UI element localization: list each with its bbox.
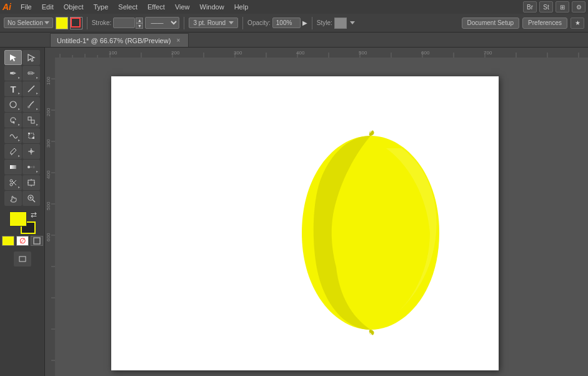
menu-type[interactable]: Type xyxy=(89,2,113,12)
stroke-swatch[interactable] xyxy=(70,17,82,29)
tool-corner-indicator: ▸ xyxy=(18,75,20,79)
canvas-area[interactable]: 100 200 300 400 500 600 700 xyxy=(45,48,588,376)
color-section: ⇄ ∅ xyxy=(1,209,43,248)
weight-label: 3 pt. Round xyxy=(193,19,226,26)
blend-tool[interactable]: ▸ xyxy=(22,160,40,175)
tab-close-button[interactable]: × xyxy=(174,37,182,44)
main-layout: ✒ ▸ ✏ ▸ T ▸ ▸ ▸ ▸ xyxy=(0,48,588,376)
pen-tool[interactable]: ✒ ▸ xyxy=(4,66,22,81)
selection-tool[interactable] xyxy=(4,50,22,65)
svg-marker-0 xyxy=(10,54,16,61)
doc-buttons: Document Setup Preferences ★ xyxy=(462,18,584,29)
svg-line-2 xyxy=(28,86,34,92)
eyedropper-tool[interactable]: ▸ xyxy=(4,144,22,159)
fill-color-box[interactable] xyxy=(9,211,27,226)
svg-rect-23 xyxy=(28,180,34,185)
tool-row-5: ▸ ▸ xyxy=(1,113,43,128)
stroke-label: Stroke: xyxy=(92,19,112,26)
opacity-value-box[interactable]: 100% xyxy=(272,18,301,28)
pencil-tool[interactable]: ✏ ▸ xyxy=(22,66,40,81)
style-swatch[interactable] xyxy=(334,18,347,29)
gradient-tool[interactable] xyxy=(4,160,22,175)
bridge-icon[interactable]: Br xyxy=(523,1,537,13)
stock-icon[interactable]: St xyxy=(539,1,553,13)
vertical-ruler: 100 200 300 400 500 600 xyxy=(45,48,55,376)
warp-tool[interactable]: ▸ xyxy=(4,128,22,143)
svg-text:100: 100 xyxy=(109,50,117,56)
opacity-section: Opacity: 100% ▶ xyxy=(247,18,307,28)
line-tool[interactable]: ▸ xyxy=(22,81,40,96)
stroke-only-button[interactable] xyxy=(31,236,43,246)
svg-text:100: 100 xyxy=(46,76,51,85)
stroke-up-arrow[interactable]: ▲ xyxy=(136,18,143,23)
fill-swatch[interactable] xyxy=(56,17,68,29)
type-tool[interactable]: T ▸ xyxy=(4,81,22,96)
scissors-tool[interactable]: ▸ xyxy=(4,175,22,190)
dropdown-arrow-icon xyxy=(44,21,49,24)
tab-bar: Untitled-1* @ 66.67% (RGB/Preview) × xyxy=(0,33,588,48)
bottom-tool-area xyxy=(1,252,43,267)
svg-point-19 xyxy=(10,180,12,182)
tool-row-9: ▸ xyxy=(1,175,43,190)
svg-line-29 xyxy=(32,200,35,202)
scale-tool[interactable]: ▸ xyxy=(22,113,40,128)
preferences-button[interactable]: Preferences xyxy=(522,18,567,29)
svg-rect-34 xyxy=(47,48,588,58)
menu-object[interactable]: Object xyxy=(59,2,88,12)
svg-point-16 xyxy=(27,166,30,168)
ellipse-tool[interactable]: ▸ xyxy=(4,97,22,112)
svg-marker-5 xyxy=(12,120,16,124)
color-fill-button[interactable] xyxy=(2,236,14,246)
no-fill-button[interactable]: ∅ xyxy=(16,236,29,246)
tool-row-7: ▸ xyxy=(1,144,43,159)
tool-row-2: ✒ ▸ ✏ ▸ xyxy=(1,66,43,81)
tool-row-4: ▸ ▸ xyxy=(1,97,43,112)
stroke-down-arrow[interactable]: ▼ xyxy=(136,23,143,29)
fill-stroke-stack: ⇄ xyxy=(9,211,36,234)
tool-row-bottom-1 xyxy=(1,252,43,267)
free-transform-tool[interactable] xyxy=(22,128,40,143)
zoom-tool[interactable] xyxy=(22,191,40,206)
svg-rect-33 xyxy=(19,257,26,262)
more-icon[interactable]: ⚙ xyxy=(572,1,586,13)
opacity-arrow-icon[interactable]: ▶ xyxy=(302,19,307,26)
svg-text:400: 400 xyxy=(46,170,51,179)
divider-1 xyxy=(87,17,87,29)
stroke-value-input[interactable] xyxy=(113,18,135,28)
workspace-arrange-icon[interactable]: ★ xyxy=(571,18,584,29)
svg-rect-9 xyxy=(28,133,30,135)
menu-edit[interactable]: Edit xyxy=(37,2,58,12)
canvas-inner[interactable] xyxy=(55,58,588,376)
menu-file[interactable]: File xyxy=(16,2,36,12)
direct-selection-tool[interactable] xyxy=(22,50,40,65)
tool-corner-indicator: ▸ xyxy=(36,169,38,173)
menu-window[interactable]: Window xyxy=(196,2,229,12)
workspace-icon[interactable]: ⊞ xyxy=(556,1,569,13)
menu-select[interactable]: Select xyxy=(114,2,142,12)
svg-text:700: 700 xyxy=(484,50,492,56)
mesh-tool[interactable] xyxy=(22,144,40,159)
artboard-tool[interactable] xyxy=(22,175,40,190)
document-setup-button[interactable]: Document Setup xyxy=(462,18,520,29)
tool-corner-indicator: ▸ xyxy=(18,185,20,189)
menu-effect[interactable]: Effect xyxy=(143,2,169,12)
document-tab[interactable]: Untitled-1* @ 66.67% (RGB/Preview) × xyxy=(50,33,189,47)
change-screen-mode-button[interactable] xyxy=(14,252,31,267)
hand-tool[interactable] xyxy=(4,191,22,206)
rotate-tool[interactable]: ▸ xyxy=(4,113,22,128)
lemon-illustration xyxy=(299,130,442,336)
svg-point-20 xyxy=(10,183,12,186)
tool-corner-indicator: ▸ xyxy=(36,122,38,126)
selection-dropdown[interactable]: No Selection xyxy=(4,18,53,28)
brush-tool[interactable]: ▸ xyxy=(22,97,40,112)
horizontal-ruler: 100 200 300 400 500 600 700 xyxy=(45,48,588,58)
swap-colors-icon[interactable]: ⇄ xyxy=(31,210,37,219)
svg-text:500: 500 xyxy=(359,50,367,56)
menu-view[interactable]: View xyxy=(171,2,194,12)
weight-round-dropdown[interactable]: 3 pt. Round xyxy=(189,18,238,28)
svg-point-17 xyxy=(32,166,35,168)
menu-help[interactable]: Help xyxy=(230,2,253,12)
style-section: Style: xyxy=(317,18,355,29)
stroke-profile-select[interactable]: —— xyxy=(145,17,179,29)
style-label: Style: xyxy=(317,19,332,26)
